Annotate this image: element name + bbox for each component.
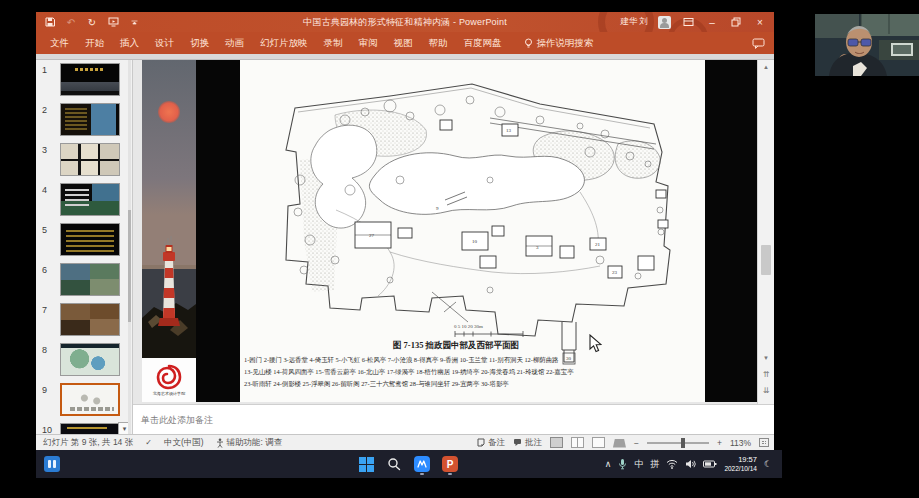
fit-slide-to-window-button[interactable] (759, 438, 769, 447)
slide-counter: 幻灯片 第 9 张, 共 14 张 (43, 437, 133, 449)
battery-icon[interactable] (703, 460, 717, 468)
thumb-preview[interactable] (60, 303, 120, 336)
plan-number: 21 (595, 242, 601, 247)
tab-design[interactable]: 设计 (147, 32, 182, 54)
redo-icon[interactable]: ↻ (86, 16, 98, 28)
tab-view[interactable]: 视图 (386, 32, 421, 54)
slide-black-background (705, 60, 757, 402)
accessibility-status[interactable]: 辅助功能: 调查 (216, 437, 283, 449)
tab-home[interactable]: 开始 (77, 32, 112, 54)
mouse-cursor (589, 334, 602, 353)
tab-transitions[interactable]: 切换 (182, 32, 217, 54)
thumb-preview[interactable] (60, 143, 120, 176)
thumbnail-slide-2[interactable]: 2 (36, 103, 133, 139)
restore-button[interactable] (729, 17, 743, 27)
thumb-number: 7 (42, 305, 54, 315)
zoom-level[interactable]: 113% (730, 438, 751, 448)
account-user-name[interactable]: 建华 刘 (620, 16, 648, 28)
normal-view-button[interactable] (550, 437, 563, 448)
thumb-number: 9 (42, 385, 54, 395)
tab-help[interactable]: 帮助 (421, 32, 456, 54)
scroll-down-icon[interactable]: ▼ (758, 352, 774, 365)
scrollbar-thumb[interactable] (761, 245, 771, 275)
vertical-scrollbar[interactable]: ▲ ▼ ⇈ ⇊ (757, 60, 774, 404)
tab-review[interactable]: 审阅 (351, 32, 386, 54)
thumb-number: 3 (42, 145, 54, 155)
previous-slide-button[interactable]: ⇈ (758, 368, 774, 381)
slide-sorter-view-button[interactable] (571, 437, 584, 448)
thumbnail-slide-4[interactable]: 4 (36, 183, 133, 219)
zoom-out-button[interactable]: − (634, 438, 639, 448)
hidden-icons-chevron[interactable]: ∧ (605, 459, 612, 469)
save-icon[interactable] (44, 16, 56, 28)
microphone-icon[interactable] (618, 458, 627, 470)
volume-icon[interactable] (685, 459, 696, 469)
thumb-preview[interactable] (60, 263, 120, 296)
start-slideshow-icon[interactable] (107, 16, 119, 28)
minimize-button[interactable]: – (705, 17, 719, 28)
thumb-preview[interactable] (60, 383, 120, 416)
thumb-preview[interactable] (60, 423, 120, 434)
close-button[interactable]: × (753, 17, 767, 28)
participant-video[interactable] (815, 14, 919, 76)
spell-check-icon[interactable]: ✓ (145, 438, 152, 447)
thumbnail-slide-8[interactable]: 8 (36, 343, 133, 379)
taskbar-widget-icon[interactable] (44, 456, 60, 472)
zoom-slider-thumb[interactable] (681, 438, 685, 448)
thumbnail-slide-9-selected[interactable]: 9 (36, 383, 133, 419)
tab-slideshow[interactable]: 幻灯片放映 (252, 32, 316, 54)
zoom-slider[interactable] (647, 442, 709, 444)
meeting-app-taskbar-icon[interactable] (412, 453, 432, 475)
thumbnail-slide-1[interactable]: 1 (36, 63, 133, 99)
thumbnail-slide-7[interactable]: 7 (36, 303, 133, 339)
powerpoint-taskbar-icon[interactable]: P (440, 453, 460, 475)
notes-pane[interactable]: 单击此处添加备注 (133, 404, 774, 434)
thumb-number: 6 (42, 265, 54, 275)
tab-insert[interactable]: 插入 (112, 32, 147, 54)
ribbon-display-options-icon[interactable] (681, 17, 695, 27)
scroll-up-icon[interactable]: ▲ (758, 61, 774, 74)
tab-animations[interactable]: 动画 (217, 32, 252, 54)
thumb-preview[interactable] (60, 343, 120, 376)
customize-qat-icon[interactable] (128, 16, 140, 28)
meeting-shared-screen: ↶ ↻ 中国古典园林的形式特征和精神内涵 - PowerPoint 建华 刘 – (0, 0, 919, 498)
garden-plan-figure[interactable]: 3 10 27 13 9 21 23 30 (240, 60, 705, 402)
thumbnail-scrollbar[interactable] (128, 60, 131, 434)
user-avatar[interactable] (658, 16, 671, 29)
thumb-number: 1 (42, 65, 54, 75)
slideshow-view-button[interactable] (613, 439, 626, 448)
ime-mode-indicator[interactable]: 拼 (650, 458, 659, 471)
reading-view-button[interactable] (592, 437, 605, 448)
focus-assist-moon-icon[interactable]: ☾ (764, 459, 772, 469)
tab-record[interactable]: 录制 (316, 32, 351, 54)
clock-time: 19:57 (724, 456, 757, 465)
thumb-number: 2 (42, 105, 54, 115)
start-button[interactable] (356, 453, 376, 475)
thumb-preview[interactable] (60, 183, 120, 216)
tab-baidu-netdisk[interactable]: 百度网盘 (456, 32, 510, 54)
next-slide-button[interactable]: ⇊ (758, 384, 774, 397)
notes-toggle-button[interactable]: 备注 (477, 437, 505, 449)
thumb-preview[interactable] (60, 103, 120, 136)
tell-me-search[interactable]: 操作说明搜索 (524, 37, 594, 50)
tab-file[interactable]: 文件 (42, 32, 77, 54)
comments-toggle-button[interactable]: 批注 (513, 437, 542, 449)
wifi-icon[interactable] (666, 459, 678, 469)
title-bar: ↶ ↻ 中国古典园林的形式特征和精神内涵 - PowerPoint 建华 刘 – (36, 12, 774, 32)
thumbnail-slide-6[interactable]: 6 (36, 263, 133, 299)
language-indicator[interactable]: 中文(中国) (164, 437, 204, 449)
search-button[interactable] (384, 453, 404, 475)
ime-language-indicator[interactable]: 中 (634, 458, 643, 471)
windows-taskbar: P ∧ 中 拼 19:57 2022/10/14 ☾ (36, 450, 782, 478)
lighthouse-photo[interactable] (142, 60, 196, 358)
lightbulb-icon (524, 38, 533, 49)
taskbar-clock[interactable]: 19:57 2022/10/14 (724, 456, 757, 472)
thumb-preview[interactable] (60, 223, 120, 256)
thumb-preview[interactable] (60, 63, 120, 96)
thumbnail-slide-5[interactable]: 5 (36, 223, 133, 259)
zoom-in-button[interactable]: + (717, 438, 722, 448)
undo-icon[interactable]: ↶ (65, 16, 77, 28)
plan-number: 23 (612, 270, 618, 275)
thumbnail-slide-3[interactable]: 3 (36, 143, 133, 179)
comments-bubble-icon[interactable] (752, 38, 765, 49)
